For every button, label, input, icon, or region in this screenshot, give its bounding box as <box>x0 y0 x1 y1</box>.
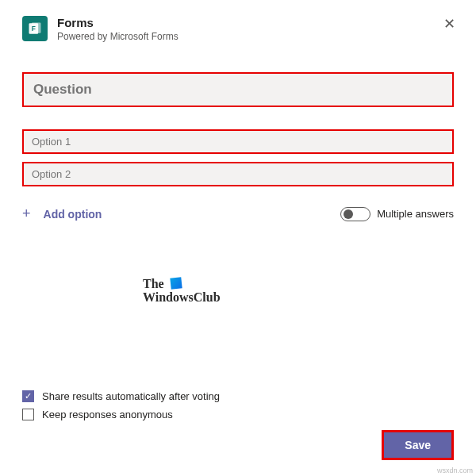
attribution-text: wsxdn.com <box>437 466 473 474</box>
save-button[interactable]: Save <box>384 432 451 458</box>
save-highlight: Save <box>382 430 454 460</box>
keep-anonymous-checkbox[interactable] <box>22 409 34 420</box>
option1-highlight <box>22 129 454 154</box>
add-option-button[interactable]: + Add option <box>22 205 102 222</box>
share-results-row: ✓ Share results automatically after voti… <box>22 390 454 402</box>
multiple-answers-label: Multiple answers <box>377 208 454 220</box>
option-controls-row: + Add option Multiple answers <box>22 205 454 222</box>
checkmark-icon: ✓ <box>25 391 32 401</box>
svg-text:F: F <box>32 25 36 33</box>
form-content: + Add option Multiple answers <box>22 72 454 222</box>
app-title: Forms <box>57 16 178 29</box>
option1-input[interactable] <box>24 131 452 152</box>
watermark: The WindowsClub <box>143 278 221 305</box>
close-button[interactable]: ✕ <box>441 16 457 32</box>
title-block: Forms Powered by Microsoft Forms <box>57 16 178 42</box>
multiple-answers-toggle[interactable] <box>340 207 370 221</box>
multiple-answers-control: Multiple answers <box>340 207 454 221</box>
watermark-line2: WindowsClub <box>143 290 221 304</box>
option2-highlight <box>22 162 454 186</box>
forms-glyph-icon: F <box>27 21 43 36</box>
watermark-square-icon <box>170 277 182 289</box>
question-highlight <box>22 72 454 107</box>
forms-app-icon: F <box>22 16 48 41</box>
share-results-checkbox[interactable]: ✓ <box>22 390 34 402</box>
forms-dialog: F Forms Powered by Microsoft Forms ✕ + A… <box>0 0 476 476</box>
add-option-label: Add option <box>44 208 102 221</box>
plus-icon: + <box>22 205 31 222</box>
keep-anonymous-label: Keep responses anonymous <box>42 409 173 420</box>
button-row: Save <box>22 430 454 460</box>
close-icon: ✕ <box>443 16 455 32</box>
keep-anonymous-row: Keep responses anonymous <box>22 409 454 420</box>
question-input[interactable] <box>24 74 452 106</box>
dialog-footer: ✓ Share results automatically after voti… <box>22 382 454 460</box>
share-results-label: Share results automatically after voting <box>42 390 220 402</box>
toggle-knob <box>344 209 353 219</box>
watermark-line1: The <box>143 277 164 290</box>
dialog-header: F Forms Powered by Microsoft Forms ✕ <box>22 16 454 42</box>
app-subtitle: Powered by Microsoft Forms <box>57 31 178 42</box>
option2-input[interactable] <box>24 163 452 185</box>
